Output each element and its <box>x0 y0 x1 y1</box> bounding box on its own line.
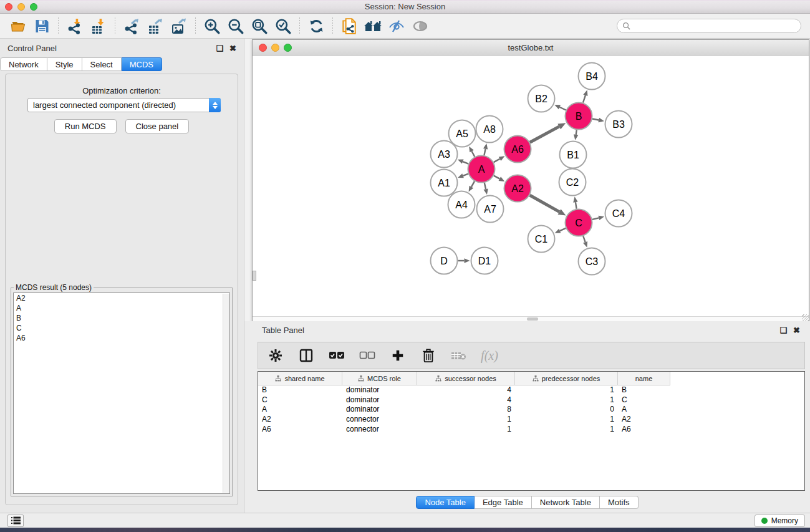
edge-A-A4[interactable] <box>471 181 475 187</box>
table-tab-edge-table[interactable]: Edge Table <box>475 496 532 509</box>
table-cell[interactable]: B <box>618 385 670 395</box>
edge-A-A8[interactable] <box>484 149 485 155</box>
edge-A-A7[interactable] <box>485 183 486 189</box>
table-cell[interactable]: dominator <box>342 395 417 405</box>
home-pair-button[interactable] <box>361 16 385 36</box>
network-window-titlebar[interactable]: testGlobe.txt <box>253 40 809 56</box>
tab-network[interactable]: Network <box>0 57 47 71</box>
table-cell[interactable]: B <box>258 385 342 395</box>
export-image-button[interactable] <box>167 16 191 36</box>
float-panel-button[interactable]: ❑ <box>216 44 223 52</box>
mcds-result-item[interactable]: A2 <box>14 293 229 303</box>
edge-A6-B[interactable] <box>530 127 559 142</box>
column-header-successor-nodes[interactable]: successor nodes <box>417 372 515 385</box>
table-cell[interactable]: 1 <box>515 415 618 425</box>
tab-select[interactable]: Select <box>82 57 122 71</box>
open-session-button[interactable] <box>6 16 30 36</box>
table-row[interactable]: Bdominator41B <box>258 385 804 395</box>
mcds-result-list[interactable]: A2ABCA6 <box>13 293 230 494</box>
mcds-result-item[interactable]: A6 <box>14 333 229 343</box>
search-input[interactable] <box>634 22 796 31</box>
table-cell[interactable]: dominator <box>342 405 417 415</box>
copy-network-button[interactable] <box>337 16 361 36</box>
clear-all-columns-button[interactable] <box>356 345 378 366</box>
table-row[interactable]: A6connector11A6 <box>258 425 804 435</box>
edge-A-A2[interactable] <box>494 176 499 179</box>
zoom-out-button[interactable] <box>224 16 248 36</box>
table-tab-node-table[interactable]: Node Table <box>416 496 475 509</box>
close-panel-button[interactable]: Close panel <box>125 119 190 133</box>
edge-A-A3[interactable] <box>463 162 468 164</box>
horizontal-scrollbar-thumb[interactable] <box>527 317 538 321</box>
table-cell[interactable]: 1 <box>515 385 618 395</box>
export-table-button[interactable] <box>143 16 167 36</box>
import-table-button[interactable] <box>87 16 110 36</box>
mcds-list-scrollbar[interactable] <box>223 294 229 493</box>
resize-handle[interactable] <box>802 314 809 321</box>
eye-button[interactable] <box>408 16 432 36</box>
edge-A-A5[interactable] <box>472 152 475 157</box>
zoom-in-button[interactable] <box>200 16 224 36</box>
import-network-button[interactable] <box>63 16 87 36</box>
save-session-button[interactable] <box>30 16 54 36</box>
table-cell[interactable]: A2 <box>618 415 670 425</box>
vertical-scrollbar-thumb[interactable] <box>253 271 256 281</box>
mcds-result-item[interactable]: A <box>14 303 229 313</box>
zoom-fit-button[interactable] <box>248 16 271 36</box>
create-column-button[interactable] <box>387 345 409 366</box>
close-panel-icon-button[interactable]: ✖ <box>229 44 236 52</box>
table-cell[interactable]: 8 <box>417 405 515 415</box>
table-cell[interactable]: C <box>258 395 342 405</box>
select-all-columns-button[interactable] <box>325 345 348 366</box>
table-cell[interactable]: 1 <box>515 425 618 435</box>
float-table-panel-button[interactable]: ❑ <box>779 326 787 334</box>
horizontal-scrollbar[interactable] <box>253 316 809 321</box>
edge-C-C2[interactable] <box>576 202 577 209</box>
delete-columns-button[interactable] <box>417 345 440 366</box>
edge-A-A1[interactable] <box>463 174 468 176</box>
mcds-result-item[interactable]: B <box>14 313 229 323</box>
edge-A-A6[interactable] <box>494 159 500 162</box>
table-tab-network-table[interactable]: Network Table <box>532 496 600 509</box>
table-cell[interactable]: 1 <box>417 415 515 425</box>
table-cell[interactable]: connector <box>342 415 417 425</box>
table-row[interactable]: Cdominator41C <box>258 395 804 405</box>
table-cell[interactable]: dominator <box>342 385 417 395</box>
table-cell[interactable]: 1 <box>515 395 618 405</box>
table-settings-button[interactable] <box>264 345 287 366</box>
edge-C-C3[interactable] <box>583 236 585 242</box>
table-cell[interactable]: 4 <box>417 395 515 405</box>
table-row[interactable]: A2connector11A2 <box>258 415 804 425</box>
table-cell[interactable]: 1 <box>417 425 515 435</box>
table-cell[interactable]: A6 <box>618 425 670 435</box>
edge-A2-C[interactable] <box>530 195 559 212</box>
edge-B-B4[interactable] <box>583 95 586 103</box>
table-row[interactable]: Adominator80A <box>258 405 804 415</box>
table-cell[interactable]: A <box>258 405 342 415</box>
table-cell[interactable]: connector <box>342 425 417 435</box>
refresh-button[interactable] <box>304 16 328 36</box>
column-header-name[interactable]: name <box>618 372 670 385</box>
memory-button[interactable]: Memory <box>755 515 805 527</box>
tab-mcds[interactable]: MCDS <box>122 57 162 71</box>
edge-C-C4[interactable] <box>592 218 599 219</box>
column-header-shared-name[interactable]: shared name <box>258 372 342 385</box>
table-tab-motifs[interactable]: Motifs <box>600 496 639 509</box>
zoom-selected-button[interactable] <box>271 16 295 36</box>
edge-B-B3[interactable] <box>592 118 599 120</box>
tab-style[interactable]: Style <box>47 57 82 71</box>
close-table-panel-button[interactable]: ✖ <box>793 326 800 334</box>
criterion-select[interactable]: largest connected component (directed) <box>27 98 221 112</box>
table-cell[interactable]: A <box>618 405 670 415</box>
table-cell[interactable]: C <box>618 395 670 405</box>
column-header-MCDS-role[interactable]: MCDS role <box>342 372 417 385</box>
mcds-result-item[interactable]: C <box>14 323 229 333</box>
column-header-predecessor-nodes[interactable]: predecessor nodes <box>515 372 618 385</box>
run-mcds-button[interactable]: Run MCDS <box>54 119 117 133</box>
search-field[interactable] <box>617 19 801 33</box>
edge-B-B2[interactable] <box>559 107 566 110</box>
table-cell[interactable]: 0 <box>515 405 618 415</box>
table-cell[interactable]: A2 <box>258 415 342 425</box>
node-table[interactable]: shared nameMCDS rolesuccessor nodesprede… <box>258 371 805 491</box>
show-columns-button[interactable] <box>295 345 317 366</box>
